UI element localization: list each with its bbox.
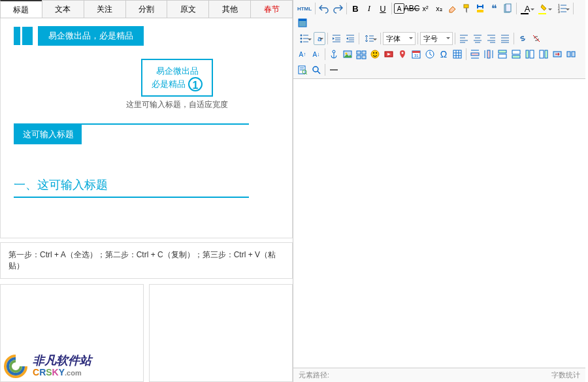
blockquote-icon[interactable]: ❝ [487, 2, 500, 15]
svg-rect-49 [357, 51, 361, 54]
merge-cells-icon[interactable] [551, 48, 564, 61]
outdent-icon[interactable] [344, 32, 357, 45]
highlight-color-icon[interactable] [536, 2, 553, 15]
multi-image-icon[interactable] [355, 48, 368, 61]
video-icon[interactable] [382, 48, 395, 61]
horizontal-rule-icon[interactable] [327, 63, 340, 76]
svg-rect-70 [487, 50, 490, 58]
table-icon[interactable] [451, 48, 464, 61]
align-left-icon[interactable] [457, 32, 470, 45]
template-line: 必是精品 [152, 78, 186, 90]
superscript-icon[interactable]: x² [419, 2, 432, 15]
logo-title: 非凡软件站 [33, 355, 91, 368]
format-match-icon[interactable] [474, 2, 487, 15]
link-icon[interactable] [516, 32, 529, 45]
template-item[interactable]: 易企微出品，必是精品 [14, 26, 282, 46]
eraser-icon[interactable] [446, 2, 459, 15]
preview-thumb[interactable] [149, 284, 293, 382]
emoticon-icon[interactable] [368, 48, 382, 61]
html-source-button[interactable]: HTML [296, 2, 313, 15]
editor-content[interactable] [293, 79, 585, 368]
format-brush-icon[interactable] [460, 2, 473, 15]
template-tabs: 标题 文本 关注 分割 原文 其他 春节 [0, 0, 293, 18]
tab-title[interactable]: 标题 [0, 0, 42, 18]
svg-rect-62 [453, 50, 461, 58]
map-icon[interactable] [396, 48, 409, 61]
autoformat-icon[interactable]: a [314, 32, 325, 45]
unordered-list-icon[interactable] [296, 32, 313, 45]
tab-spring-festival[interactable]: 春节 [250, 0, 293, 18]
font-family-select[interactable]: 字体 [383, 32, 416, 45]
pagination-icon[interactable] [501, 2, 514, 15]
word-count[interactable]: 字数统计 [551, 370, 580, 380]
delete-row-icon[interactable] [468, 48, 482, 61]
insert-row-after-icon[interactable] [510, 48, 523, 61]
decor-bar [22, 27, 33, 45]
templates-list: 易企微出品，必是精品 易企微出品 必是精品1 这里可输入标题，自适应宽度 这可输… [1, 18, 292, 234]
number-badge: 1 [188, 77, 203, 91]
line-height-icon[interactable] [361, 32, 378, 45]
svg-rect-82 [567, 52, 570, 57]
image-icon[interactable] [341, 48, 354, 61]
strikethrough-icon[interactable]: ABC [405, 2, 418, 15]
date-icon[interactable]: 31 [410, 48, 423, 61]
ordered-list-icon[interactable]: 123 [554, 2, 571, 15]
fullscreen-icon[interactable] [296, 16, 309, 29]
underline-icon[interactable]: U [376, 2, 389, 15]
svg-point-53 [371, 50, 379, 58]
delete-col-icon[interactable] [482, 48, 495, 61]
insert-col-before-icon[interactable] [523, 48, 536, 61]
svg-line-88 [306, 73, 307, 74]
svg-point-13 [301, 38, 302, 40]
insert-row-before-icon[interactable] [496, 48, 509, 61]
svg-rect-73 [498, 50, 506, 53]
svg-rect-59 [412, 51, 420, 53]
svg-point-55 [376, 52, 377, 54]
svg-rect-80 [545, 50, 547, 58]
template-item[interactable]: 易企微出品 必是精品1 这里可输入标题，自适应宽度 [14, 59, 282, 110]
svg-point-54 [373, 52, 374, 54]
tab-other[interactable]: 其他 [208, 0, 250, 18]
svg-line-90 [318, 71, 320, 74]
time-icon[interactable] [423, 48, 436, 61]
svg-rect-79 [540, 50, 544, 58]
unlink-icon[interactable] [530, 32, 543, 45]
search-replace-icon[interactable] [310, 63, 323, 76]
insert-col-after-icon[interactable] [537, 48, 550, 61]
svg-rect-50 [362, 51, 366, 54]
template-item[interactable]: 一、这可输入标题 [14, 157, 282, 198]
align-justify-icon[interactable] [498, 32, 512, 45]
align-right-icon[interactable] [485, 32, 498, 45]
tab-follow[interactable]: 关注 [84, 0, 125, 18]
template-item[interactable]: 这可输入标题 [14, 123, 249, 144]
template-subtitle: 这里可输入标题，自适应宽度 [73, 99, 282, 110]
italic-icon[interactable]: I [363, 2, 376, 15]
tab-divider[interactable]: 分割 [125, 0, 167, 18]
font-size-select[interactable]: 字号 [420, 32, 453, 45]
align-center-icon[interactable] [471, 32, 484, 45]
fontsize-decrease-icon[interactable]: A↓ [310, 48, 323, 61]
special-char-icon[interactable]: Ω [437, 48, 450, 61]
font-border-icon[interactable]: A [394, 3, 404, 14]
fontsize-increase-icon[interactable]: A↑ [296, 48, 309, 61]
svg-point-12 [301, 35, 302, 37]
bold-icon[interactable]: B [349, 2, 362, 15]
svg-rect-74 [498, 54, 506, 58]
preview-icon[interactable] [296, 63, 309, 76]
subscript-icon[interactable]: x₂ [433, 2, 446, 15]
split-cells-icon[interactable] [564, 48, 578, 61]
svg-text:31: 31 [414, 54, 419, 57]
undo-icon[interactable] [318, 2, 331, 15]
anchor-icon[interactable] [327, 48, 340, 61]
redo-icon[interactable] [331, 2, 344, 15]
svg-rect-1 [477, 10, 483, 12]
indent-icon[interactable] [330, 32, 343, 45]
font-color-icon[interactable]: A [519, 2, 536, 15]
svg-rect-67 [471, 53, 479, 56]
svg-point-57 [402, 52, 404, 54]
template-title: 一、这可输入标题 [14, 177, 249, 198]
tab-text[interactable]: 文本 [42, 0, 84, 18]
tab-original[interactable]: 原文 [167, 0, 208, 18]
template-label: 易企微出品，必是精品 [38, 26, 144, 46]
status-bar: 元素路径: 字数统计 [293, 368, 585, 382]
